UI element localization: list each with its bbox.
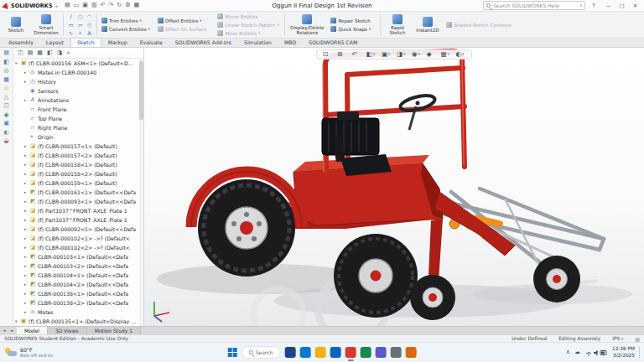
- tree-expand-arrow[interactable]: ▸: [24, 98, 30, 102]
- left-toolbar-icon[interactable]: △: [4, 95, 8, 101]
- left-toolbar-icon[interactable]: ▣: [3, 121, 9, 127]
- tree-expand-arrow[interactable]: ▸: [24, 181, 30, 185]
- tree-expand-arrow[interactable]: ▸: [24, 273, 30, 277]
- network-volume-battery-icons[interactable]: [584, 349, 608, 357]
- menu-expand-icon[interactable]: ▸: [56, 3, 59, 8]
- line-tool-icon[interactable]: ∕: [66, 13, 75, 21]
- tab-scroll-right-icon[interactable]: ►: [8, 327, 17, 334]
- taskbar-app-icon-8[interactable]: [390, 347, 401, 358]
- taskbar-app-icon-9[interactable]: [405, 347, 416, 358]
- tree-item[interactable]: ▸ (f) CLBR-000093<1> (Default<<Defa: [13, 197, 143, 206]
- tree-item[interactable]: ▸ CLBR-000103<1> (Default<<Defa: [13, 252, 143, 261]
- zoom-area-icon[interactable]: ⊞: [337, 51, 346, 58]
- left-toolbar-icon[interactable]: ◇: [4, 85, 8, 91]
- point-tool-icon[interactable]: •: [75, 29, 85, 38]
- tree-expand-arrow[interactable]: ▸: [24, 153, 30, 158]
- ribbon-tab[interactable]: MBD: [278, 39, 302, 47]
- ribbon-button[interactable]: Repair Sketch: [329, 17, 377, 24]
- taskbar-search[interactable]: Search: [242, 346, 281, 359]
- ribbon-button[interactable]: Shaded Sketch Contours: [444, 21, 518, 28]
- tree-item[interactable]: ▸ Mates: [13, 308, 143, 317]
- zoom-fit-icon[interactable]: ⊡: [323, 51, 332, 58]
- ribbon-tab[interactable]: Markup: [102, 39, 133, 47]
- new-file-icon[interactable]: ▤: [65, 3, 70, 8]
- tree-item[interactable]: ▸ (f) CLBR-000159<1> (Default): [13, 178, 143, 188]
- ribbon-large-button[interactable]: Sketch: [2, 13, 30, 37]
- configurationmanager-tab-icon[interactable]: ▦: [37, 49, 43, 56]
- ribbon-button[interactable]: Quick Snaps: [329, 25, 377, 33]
- tree-expand-arrow[interactable]: ▾: [15, 61, 21, 65]
- tree-item[interactable]: ▸ (f) CLBR-000102<1> ->? (Default<: [13, 234, 143, 243]
- apply-scene-icon[interactable]: ▦: [440, 51, 450, 58]
- tree-expand-arrow[interactable]: ▸: [24, 227, 30, 231]
- tree-item[interactable]: Sensors: [13, 86, 143, 96]
- open-file-icon[interactable]: ▭: [74, 3, 80, 8]
- ribbon-button[interactable]: Linear Sketch Pattern: [216, 21, 282, 28]
- close-button[interactable]: ✕: [629, 1, 641, 11]
- view-settings-icon[interactable]: ◐: [456, 51, 466, 58]
- displaymanager-tab-icon[interactable]: ◨: [57, 49, 63, 56]
- file-properties-icon[interactable]: ▦: [134, 3, 140, 8]
- tree-expand-arrow[interactable]: ▸: [24, 282, 30, 287]
- ribbon-tab[interactable]: Simulation: [238, 39, 278, 47]
- ribbon-button[interactable]: Convert Entities: [100, 25, 153, 33]
- taskbar-app-icon-6[interactable]: [360, 347, 371, 358]
- onedrive-cloud-icon[interactable]: ☁: [574, 349, 580, 355]
- tree-item[interactable]: ▸ (f) CLBR-000092<1> (Default<<Defa: [13, 225, 143, 234]
- tree-item[interactable]: ▸ (f) CLBR-000157<1> (Default): [13, 142, 143, 151]
- tree-expand-arrow[interactable]: ▸: [24, 163, 30, 167]
- tree-expand-arrow[interactable]: ▸: [24, 70, 30, 75]
- tree-item[interactable]: ▸ (f) Part1037^FRONT_AXLE_Plate 1: [13, 215, 143, 225]
- tree-item[interactable]: ▾ (f) CLBR-000135<1> (Default<Display St…: [13, 317, 143, 326]
- ribbon-button[interactable]: Offset On Surface: [156, 25, 214, 33]
- tree-expand-arrow[interactable]: ▸: [24, 209, 30, 213]
- ribbon-tab[interactable]: Layout: [40, 39, 70, 47]
- tree-item[interactable]: ▸ Mates in CLBR-000140: [13, 68, 143, 77]
- left-toolbar-icon[interactable]: ◫: [3, 103, 9, 109]
- left-toolbar-icon[interactable]: ▤: [3, 50, 9, 56]
- document-tab[interactable]: Model: [17, 327, 48, 334]
- ribbon-large-button[interactable]: Instant2D: [413, 13, 442, 37]
- taskbar-app-icon-4[interactable]: [330, 347, 340, 358]
- tree-expand-arrow[interactable]: ▸: [24, 199, 30, 204]
- tree-expand-arrow[interactable]: ▸: [24, 218, 30, 222]
- tree-expand-arrow[interactable]: ▸: [24, 301, 30, 305]
- tractor-model-3d[interactable]: [144, 48, 644, 326]
- document-tab[interactable]: Motion Study 1: [87, 327, 141, 334]
- tree-expand-arrow[interactable]: ▸: [24, 246, 30, 250]
- section-view-icon[interactable]: ◧: [366, 51, 377, 58]
- text-tool-icon[interactable]: A: [85, 29, 94, 38]
- panel-overflow-icon[interactable]: »: [66, 49, 70, 56]
- ribbon-tab[interactable]: Assembly: [3, 39, 39, 47]
- tree-expand-arrow[interactable]: ▸: [24, 264, 30, 268]
- tree-expand-arrow[interactable]: ▾: [15, 319, 21, 323]
- help-search-input[interactable]: Search SOLIDWORKS Help ▾: [483, 1, 585, 10]
- ribbon-tab[interactable]: SOLIDWORKS Add-Ins: [169, 39, 237, 47]
- tree-item[interactable]: ▸ CLBR-000138<1> (Default<<Defa: [13, 289, 143, 298]
- ribbon-button[interactable]: Offset Entities: [156, 17, 214, 24]
- redo-icon[interactable]: ↷: [108, 3, 113, 8]
- ribbon-button[interactable]: Mirror Entities: [216, 13, 282, 20]
- edit-appearance-icon[interactable]: ◆: [427, 51, 436, 58]
- ribbon-button[interactable]: Move Entities: [216, 29, 282, 37]
- start-button[interactable]: [228, 348, 237, 357]
- maximize-button[interactable]: ▢: [615, 1, 628, 11]
- solidworks-app-icon[interactable]: [345, 347, 356, 358]
- tree-item[interactable]: Origin: [13, 132, 143, 142]
- show-desktop-button[interactable]: [639, 346, 641, 359]
- tree-item[interactable]: ▸ (f) CLBR-000158<2> (Default): [13, 169, 143, 178]
- ribbon-tab[interactable]: SOLIDWORKS CAM: [303, 39, 363, 47]
- taskbar-app-icon-1[interactable]: [284, 347, 295, 358]
- arc-tool-icon[interactable]: ◠: [85, 13, 94, 21]
- file-explorer-app-icon[interactable]: [314, 347, 325, 358]
- tree-item[interactable]: Front Plane: [13, 105, 143, 114]
- ribbon-large-button[interactable]: Smart Dimension: [32, 13, 60, 37]
- rectangle-tool-icon[interactable]: ▭: [66, 21, 75, 29]
- hidden-icons-chevron-icon[interactable]: ∧: [566, 349, 570, 355]
- tree-item[interactable]: ▸ (f) CLBR-000161<1> (Default<<Defa: [13, 188, 143, 197]
- tree-expand-arrow[interactable]: ▸: [24, 144, 30, 148]
- tree-item[interactable]: ▾ (f) CLBR-000156_ASM<1> (Default<D...: [13, 59, 143, 68]
- pane-toggle-icon[interactable]: ▥: [635, 336, 640, 342]
- polygon-tool-icon[interactable]: ◇: [85, 21, 94, 29]
- previous-view-icon[interactable]: ↶: [352, 51, 361, 58]
